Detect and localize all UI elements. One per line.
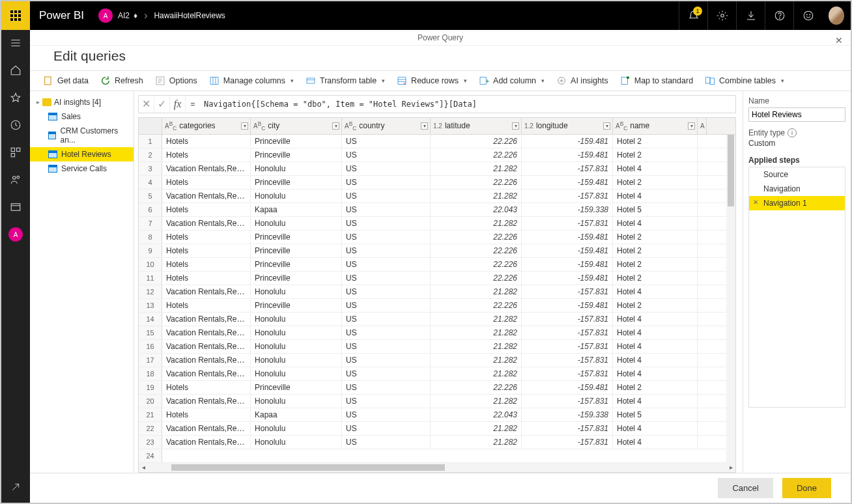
row-number[interactable]: 23 bbox=[139, 436, 162, 449]
column-filter-button[interactable]: ▾ bbox=[603, 122, 610, 130]
cell-longitude[interactable]: -157.831 bbox=[522, 326, 613, 339]
cell-city[interactable]: Honolulu bbox=[251, 162, 342, 175]
cell-latitude[interactable]: 21.282 bbox=[431, 367, 522, 380]
manage-columns-button[interactable]: Manage columns▾ bbox=[209, 76, 294, 86]
row-number[interactable]: 14 bbox=[139, 313, 162, 326]
query-item[interactable]: Sales bbox=[30, 109, 134, 124]
cell-longitude[interactable]: -157.831 bbox=[522, 436, 613, 449]
cell-city[interactable]: Princeville bbox=[251, 176, 342, 189]
nav-workspaces[interactable] bbox=[8, 199, 23, 215]
cell-latitude[interactable]: 21.282 bbox=[431, 162, 522, 175]
download-button[interactable] bbox=[736, 1, 765, 30]
close-button[interactable]: ✕ bbox=[835, 35, 843, 46]
info-icon[interactable]: i bbox=[788, 128, 797, 137]
cell-name[interactable]: Hotel 4 bbox=[613, 340, 698, 353]
cell-name[interactable]: Hotel 4 bbox=[613, 313, 698, 326]
row-number[interactable]: 8 bbox=[139, 231, 162, 244]
column-filter-button[interactable]: ▾ bbox=[241, 122, 248, 130]
combine-tables-button[interactable]: Combine tables▾ bbox=[705, 76, 784, 86]
map-to-standard-button[interactable]: Map to standard bbox=[620, 76, 693, 86]
cell-categories[interactable]: Hotels bbox=[162, 299, 251, 312]
row-number[interactable]: 24 bbox=[139, 449, 162, 462]
query-name-input[interactable] bbox=[748, 107, 845, 122]
formula-input[interactable] bbox=[200, 100, 735, 109]
cell-name[interactable]: Hotel 2 bbox=[613, 176, 698, 189]
cell-longitude[interactable]: -159.481 bbox=[522, 244, 613, 257]
cell-city[interactable]: Princeville bbox=[251, 244, 342, 257]
cell-categories[interactable]: Vacation Rentals,Resorts &... bbox=[162, 340, 251, 353]
cell-latitude[interactable]: 21.282 bbox=[431, 285, 522, 298]
cell-latitude[interactable]: 21.282 bbox=[431, 189, 522, 203]
refresh-button[interactable]: Refresh bbox=[100, 76, 143, 86]
cell-categories[interactable]: Hotels bbox=[162, 408, 251, 421]
nav-home[interactable] bbox=[8, 63, 23, 78]
ai-insights-button[interactable]: AI insights bbox=[556, 76, 608, 86]
cell-country[interactable]: US bbox=[342, 340, 431, 353]
nav-menu-button[interactable] bbox=[8, 35, 23, 51]
cell-country[interactable]: US bbox=[342, 176, 431, 189]
horizontal-scrollbar[interactable]: ◂▸ bbox=[139, 463, 735, 472]
cell-longitude[interactable]: -157.831 bbox=[522, 285, 613, 298]
breadcrumb-workspace[interactable]: AI2 bbox=[118, 11, 130, 20]
nav-current-workspace[interactable]: A bbox=[8, 227, 23, 242]
cell-city[interactable]: Honolulu bbox=[251, 217, 342, 230]
cell-country[interactable]: US bbox=[342, 285, 431, 298]
cell-longitude[interactable]: -159.338 bbox=[522, 408, 613, 421]
cell-name[interactable]: Hotel 2 bbox=[613, 244, 698, 257]
cell-latitude[interactable]: 21.282 bbox=[431, 436, 522, 449]
column-header-latitude[interactable]: 1.2latitude▾ bbox=[431, 118, 522, 134]
cell-country[interactable]: US bbox=[342, 354, 431, 367]
query-item[interactable]: CRM Customers an... bbox=[30, 124, 134, 147]
cell-name[interactable]: Hotel 4 bbox=[613, 354, 698, 367]
cell-longitude[interactable]: -159.481 bbox=[522, 272, 613, 285]
applied-step[interactable]: Navigation 1 bbox=[749, 196, 845, 210]
cell-name[interactable]: Hotel 4 bbox=[613, 189, 698, 203]
cell-name[interactable]: Hotel 2 bbox=[613, 258, 698, 271]
column-header-city[interactable]: ABCcity▾ bbox=[251, 118, 342, 134]
cell-country[interactable]: US bbox=[342, 367, 431, 380]
reduce-rows-button[interactable]: Reduce rows▾ bbox=[397, 76, 467, 86]
cell-name[interactable]: Hotel 2 bbox=[613, 299, 698, 312]
cell-city[interactable]: Honolulu bbox=[251, 395, 342, 408]
cell-longitude[interactable]: -159.481 bbox=[522, 381, 613, 394]
cell-name[interactable]: Hotel 4 bbox=[613, 326, 698, 339]
column-filter-button[interactable]: ▾ bbox=[688, 122, 695, 130]
cell-longitude[interactable]: -157.831 bbox=[522, 422, 613, 435]
cell-city[interactable]: Honolulu bbox=[251, 189, 342, 203]
options-button[interactable]: Options bbox=[155, 76, 197, 86]
cell-city[interactable]: Princeville bbox=[251, 381, 342, 394]
column-filter-button[interactable]: ▾ bbox=[512, 122, 519, 130]
cell-categories[interactable]: Vacation Rentals,Resorts &... bbox=[162, 367, 251, 380]
cell-city[interactable]: Honolulu bbox=[251, 422, 342, 435]
cell-city[interactable]: Honolulu bbox=[251, 354, 342, 367]
cell-name[interactable]: Hotel 5 bbox=[613, 203, 698, 216]
cell-city[interactable]: Princeville bbox=[251, 272, 342, 285]
queries-folder[interactable]: ▸ AI insights [4] bbox=[30, 95, 134, 109]
cell-name[interactable]: Hotel 5 bbox=[613, 408, 698, 421]
cell-city[interactable]: Honolulu bbox=[251, 340, 342, 353]
cell-latitude[interactable]: 22.043 bbox=[431, 203, 522, 216]
cell-latitude[interactable]: 21.282 bbox=[431, 422, 522, 435]
column-header-name[interactable]: ABCname▾ bbox=[613, 118, 698, 134]
row-number[interactable]: 7 bbox=[139, 217, 162, 230]
cell-categories[interactable]: Hotels bbox=[162, 244, 251, 257]
cell-longitude[interactable]: -159.481 bbox=[522, 299, 613, 312]
cell-longitude[interactable]: -157.831 bbox=[522, 162, 613, 175]
cell-categories[interactable]: Hotels bbox=[162, 381, 251, 394]
cell-longitude[interactable]: -157.831 bbox=[522, 354, 613, 367]
formula-accept-button[interactable]: ✓ bbox=[154, 96, 170, 113]
cell-latitude[interactable]: 22.226 bbox=[431, 381, 522, 394]
cell-country[interactable]: US bbox=[342, 217, 431, 230]
cell-country[interactable]: US bbox=[342, 203, 431, 216]
cell-latitude[interactable]: 21.282 bbox=[431, 340, 522, 353]
cell-country[interactable]: US bbox=[342, 231, 431, 244]
notifications-button[interactable]: 1 bbox=[679, 1, 707, 30]
formula-cancel-button[interactable]: ✕ bbox=[139, 96, 154, 113]
help-button[interactable] bbox=[765, 1, 793, 30]
cell-latitude[interactable]: 22.226 bbox=[431, 148, 522, 161]
cell-name[interactable]: Hotel 4 bbox=[613, 367, 698, 380]
app-launcher-button[interactable] bbox=[1, 1, 30, 30]
cell-latitude[interactable]: 21.282 bbox=[431, 313, 522, 326]
cell-latitude[interactable]: 21.282 bbox=[431, 395, 522, 408]
cell-name[interactable]: Hotel 2 bbox=[613, 272, 698, 285]
